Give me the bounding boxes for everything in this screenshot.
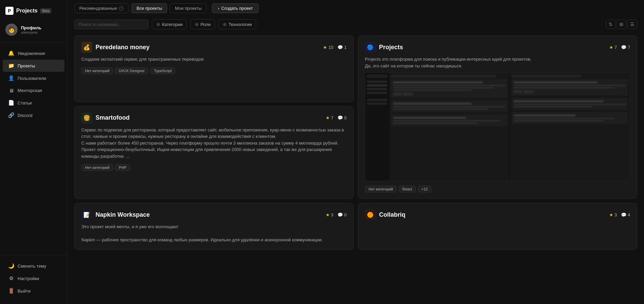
plus-icon-roles: ⊕: [195, 22, 199, 27]
card-header-napkin: 📝 Napkin Workspace ★ 3 💬 0: [81, 209, 347, 220]
napkin-comment-count: 0: [344, 212, 347, 217]
napkin-description: Это проект моей мечты, и я уже его вопло…: [81, 223, 347, 243]
sidebar-label-mentoring: Менторская: [18, 88, 42, 93]
articles-icon: 📄: [8, 100, 14, 106]
technologies-label: Технологии: [229, 22, 252, 27]
card-header-collabriq: 🟠 Collabriq ★ 3 💬 4: [365, 209, 630, 220]
sort-button[interactable]: ⇅: [606, 20, 615, 29]
sidebar-label-notifications: Уведомления: [18, 51, 45, 56]
settings-icon: ⚙: [8, 275, 14, 281]
discord-icon: 🔗: [8, 112, 14, 118]
tab-my-projects[interactable]: Мои проекты: [170, 3, 207, 13]
create-project-button[interactable]: › Создать проект: [212, 3, 259, 13]
search-input[interactable]: [74, 20, 149, 29]
tab-recommended-label: Рекомендованные: [79, 6, 117, 11]
sidebar-label-logout: Выйти: [18, 288, 31, 294]
sidebar-label-discord: Discord: [18, 113, 32, 118]
smartofood-tag-1: PHP: [115, 164, 130, 171]
star-icon: ★: [326, 115, 330, 120]
project-card-napkin: 📝 Napkin Workspace ★ 3 💬 0 Это проект мо…: [74, 203, 354, 250]
tab-all-projects[interactable]: Все проекты: [131, 3, 167, 13]
card-header-smartofood: 🍔 Smartofood ★ 7 💬 0: [81, 113, 347, 123]
grid-view-button[interactable]: ⊞: [617, 20, 626, 29]
smartofood-star-count: 7: [331, 115, 333, 120]
sidebar-item-articles[interactable]: 📄 Статьи: [3, 97, 64, 109]
projects-comment-count: 7: [628, 45, 630, 50]
avatar: 🧑: [5, 24, 18, 36]
projects-star-count: 7: [615, 45, 617, 50]
theme-icon: 🌙: [8, 263, 14, 269]
sidebar-item-discord[interactable]: 🔗 Discord: [3, 109, 64, 121]
peredelano-tags: Нет категорий UI/UX Designer TypeScript: [81, 67, 347, 74]
roles-filter-button[interactable]: ⊕ Роли: [190, 19, 215, 29]
star-icon: ★: [326, 212, 330, 217]
napkin-comments: 💬 0: [338, 212, 347, 217]
plus-icon-technologies: ⊕: [223, 22, 227, 27]
peredelano-meta: ★ 15 💬 1: [323, 45, 347, 50]
logo-title: Projects: [16, 8, 37, 14]
users-icon: 👤: [8, 75, 14, 81]
projects-title: Projects: [379, 44, 403, 51]
projects-avatar: 🔵: [365, 42, 376, 53]
smartofood-stars: ★ 7: [326, 115, 333, 120]
collabriq-meta: ★ 3 💬 4: [609, 212, 630, 217]
technologies-filter-button[interactable]: ⊕ Технологии: [218, 19, 256, 29]
projects-tag-2: +12: [418, 186, 432, 192]
peredelano-stars: ★ 15: [323, 45, 333, 50]
card-title-row-smartofood: 🍔 Smartofood: [81, 113, 130, 123]
card-title-row-collabriq: 🟠 Collabriq: [365, 209, 405, 220]
card-header-projects: 🔵 Projects ★ 7 💬 7: [365, 42, 630, 53]
comment-icon: 💬: [338, 115, 343, 120]
projects-tags: Нет категорий React +12: [365, 186, 630, 192]
categories-filter-button[interactable]: ⊕ Категории: [152, 19, 187, 29]
chevron-right-icon: ›: [218, 6, 219, 11]
smartofood-comments: 💬 0: [338, 115, 347, 120]
logo-icon: P: [5, 7, 14, 15]
sidebar-item-settings[interactable]: ⚙ Настройки: [3, 272, 64, 284]
comment-icon: 💬: [621, 212, 626, 217]
napkin-title: Napkin Workspace: [96, 211, 150, 218]
card-title-row: 💰 Peredelano money: [81, 42, 150, 53]
card-header-peredelano: 💰 Peredelano money ★ 15 💬 1: [81, 42, 347, 53]
collabriq-stars: ★ 3: [609, 212, 617, 217]
categories-label: Категории: [162, 22, 183, 27]
topbar: Рекомендованные ? Все проекты Мои проект…: [68, 0, 644, 17]
smartofood-comment-count: 0: [344, 115, 347, 120]
sidebar-item-notifications[interactable]: 🔔 Уведомления: [3, 47, 64, 59]
list-view-button[interactable]: ☰: [627, 20, 637, 29]
peredelano-title: Peredelano money: [96, 44, 150, 51]
collabriq-title: Collabriq: [379, 211, 405, 218]
sidebar-item-mentoring[interactable]: 🖥 Менторская: [3, 85, 64, 96]
sidebar-label-articles: Статьи: [18, 100, 32, 105]
collabriq-comment-count: 4: [628, 212, 630, 217]
sidebar-logo: P Projects Beta: [0, 4, 67, 20]
star-icon: ★: [609, 212, 613, 217]
projects-grid: 💰 Peredelano money ★ 15 💬 1 Создаем эксп…: [68, 32, 644, 304]
profile-name: Профиль: [21, 25, 42, 30]
smartofood-meta: ★ 7 💬 0: [326, 115, 347, 120]
tag-0: Нет категорий: [81, 67, 113, 74]
plus-icon-categories: ⊕: [156, 22, 160, 27]
tab-recommended[interactable]: Рекомендованные ?: [74, 3, 129, 13]
card-title-row-napkin: 📝 Napkin Workspace: [81, 209, 150, 220]
monitor-icon: 🖥: [8, 88, 14, 93]
napkin-meta: ★ 3 💬 0: [326, 212, 347, 217]
projects-stars: ★ 7: [609, 45, 617, 50]
star-icon: ★: [323, 45, 327, 50]
peredelano-avatar: 💰: [81, 42, 92, 53]
napkin-star-count: 3: [331, 212, 333, 217]
smartofood-title: Smartofood: [96, 114, 130, 121]
peredelano-star-count: 15: [328, 45, 333, 50]
sidebar-item-users[interactable]: 👤 Пользователи: [3, 72, 64, 84]
user-profile[interactable]: 🧑 Профиль u/envyvox: [0, 20, 67, 41]
sidebar-item-projects[interactable]: 📁 Проекты: [3, 60, 64, 72]
napkin-desc-line1: Это проект моей мечты, и я уже его вопло…: [81, 224, 178, 229]
sidebar-item-logout[interactable]: 🚪 Выйти: [3, 285, 64, 297]
filterbar: ⊕ Категории ⊕ Роли ⊕ Технологии ⇅ ⊞ ☰: [68, 17, 644, 32]
sidebar-item-theme[interactable]: 🌙 Сменить тему: [3, 260, 64, 272]
sidebar-nav: 🔔 Уведомления 📁 Проекты 👤 Пользователи 🖥…: [0, 44, 67, 254]
napkin-avatar: 📝: [81, 209, 92, 220]
projects-tag-0: Нет категорий: [365, 186, 397, 192]
main-content: Рекомендованные ? Все проекты Мои проект…: [68, 0, 644, 304]
sidebar-label-users: Пользователи: [18, 76, 46, 81]
